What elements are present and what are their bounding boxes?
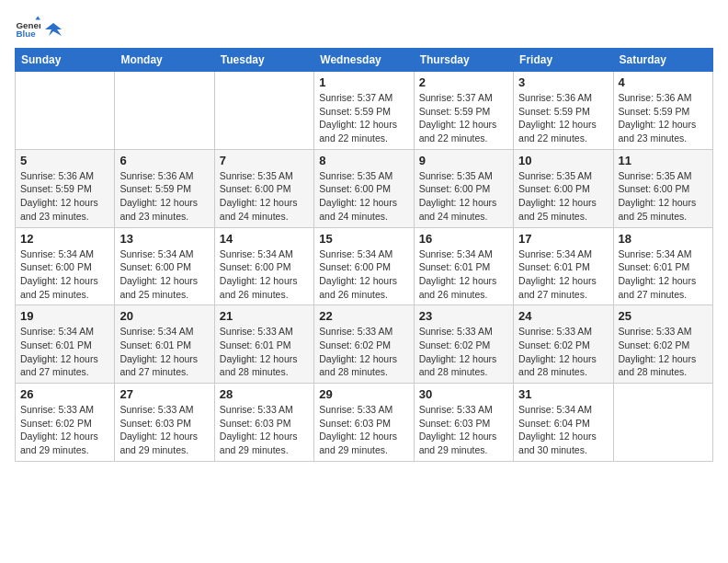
calendar-cell	[115, 72, 214, 150]
calendar-week-row: 5Sunrise: 5:36 AM Sunset: 5:59 PM Daylig…	[16, 149, 713, 227]
day-number: 14	[220, 232, 309, 246]
day-info: Sunrise: 5:36 AM Sunset: 5:59 PM Dayligh…	[119, 169, 209, 224]
day-number: 27	[119, 387, 209, 401]
day-number: 23	[419, 309, 508, 323]
header-tuesday: Tuesday	[214, 49, 313, 72]
header-saturday: Saturday	[613, 49, 712, 72]
day-info: Sunrise: 5:35 AM Sunset: 6:00 PM Dayligh…	[619, 169, 708, 224]
calendar-table: SundayMondayTuesdayWednesdayThursdayFrid…	[15, 48, 713, 462]
day-info: Sunrise: 5:34 AM Sunset: 6:00 PM Dayligh…	[319, 247, 408, 302]
calendar-cell: 3Sunrise: 5:36 AM Sunset: 5:59 PM Daylig…	[514, 72, 613, 150]
day-number: 24	[518, 309, 608, 323]
day-number: 18	[619, 232, 708, 246]
day-number: 19	[20, 309, 109, 323]
calendar-cell: 24Sunrise: 5:33 AM Sunset: 6:02 PM Dayli…	[514, 305, 613, 384]
svg-marker-3	[45, 23, 62, 36]
calendar-cell: 11Sunrise: 5:35 AM Sunset: 6:00 PM Dayli…	[613, 149, 712, 227]
calendar-cell: 5Sunrise: 5:36 AM Sunset: 5:59 PM Daylig…	[16, 149, 115, 227]
header-monday: Monday	[115, 49, 214, 72]
day-number: 11	[619, 154, 708, 167]
day-number: 21	[220, 309, 309, 323]
calendar-cell: 10Sunrise: 5:35 AM Sunset: 6:00 PM Dayli…	[514, 149, 613, 227]
day-info: Sunrise: 5:34 AM Sunset: 6:00 PM Dayligh…	[20, 247, 109, 302]
calendar-cell: 19Sunrise: 5:34 AM Sunset: 6:01 PM Dayli…	[16, 305, 115, 384]
logo-icon: General Blue	[15, 15, 40, 40]
calendar-cell: 9Sunrise: 5:35 AM Sunset: 6:00 PM Daylig…	[414, 149, 513, 227]
calendar-cell: 30Sunrise: 5:33 AM Sunset: 6:03 PM Dayli…	[414, 384, 513, 462]
day-number: 28	[220, 387, 309, 401]
day-number: 12	[20, 232, 109, 246]
calendar-cell	[214, 72, 313, 150]
calendar-cell: 20Sunrise: 5:34 AM Sunset: 6:01 PM Dayli…	[115, 305, 214, 384]
header-sunday: Sunday	[16, 49, 115, 72]
day-number: 2	[419, 75, 508, 89]
calendar-cell: 16Sunrise: 5:34 AM Sunset: 6:01 PM Dayli…	[414, 227, 513, 305]
calendar-week-row: 12Sunrise: 5:34 AM Sunset: 6:00 PM Dayli…	[16, 227, 713, 305]
calendar-cell	[16, 72, 115, 150]
header-wednesday: Wednesday	[314, 49, 414, 72]
day-info: Sunrise: 5:34 AM Sunset: 6:00 PM Dayligh…	[220, 247, 309, 302]
day-info: Sunrise: 5:33 AM Sunset: 6:03 PM Dayligh…	[119, 403, 209, 457]
day-info: Sunrise: 5:37 AM Sunset: 5:59 PM Dayligh…	[419, 91, 508, 145]
day-info: Sunrise: 5:34 AM Sunset: 6:01 PM Dayligh…	[619, 247, 708, 302]
day-info: Sunrise: 5:34 AM Sunset: 6:01 PM Dayligh…	[419, 247, 508, 302]
day-info: Sunrise: 5:33 AM Sunset: 6:03 PM Dayligh…	[319, 403, 408, 457]
svg-text:Blue: Blue	[16, 29, 36, 39]
svg-marker-2	[35, 16, 40, 19]
day-info: Sunrise: 5:36 AM Sunset: 5:59 PM Dayligh…	[20, 169, 109, 224]
day-info: Sunrise: 5:33 AM Sunset: 6:02 PM Dayligh…	[20, 403, 109, 457]
calendar-cell: 23Sunrise: 5:33 AM Sunset: 6:02 PM Dayli…	[414, 305, 513, 384]
calendar-week-row: 1Sunrise: 5:37 AM Sunset: 5:59 PM Daylig…	[16, 72, 713, 150]
calendar-cell: 26Sunrise: 5:33 AM Sunset: 6:02 PM Dayli…	[16, 384, 115, 462]
day-number: 7	[220, 154, 309, 167]
calendar-cell: 22Sunrise: 5:33 AM Sunset: 6:02 PM Dayli…	[314, 305, 414, 384]
calendar-cell: 18Sunrise: 5:34 AM Sunset: 6:01 PM Dayli…	[613, 227, 712, 305]
day-number: 13	[119, 232, 209, 246]
day-info: Sunrise: 5:33 AM Sunset: 6:02 PM Dayligh…	[518, 325, 608, 379]
day-info: Sunrise: 5:33 AM Sunset: 6:02 PM Dayligh…	[319, 325, 408, 379]
day-info: Sunrise: 5:34 AM Sunset: 6:01 PM Dayligh…	[20, 325, 109, 379]
calendar-week-row: 26Sunrise: 5:33 AM Sunset: 6:02 PM Dayli…	[16, 384, 713, 462]
calendar-cell: 6Sunrise: 5:36 AM Sunset: 5:59 PM Daylig…	[115, 149, 214, 227]
day-number: 15	[319, 232, 408, 246]
calendar-week-row: 19Sunrise: 5:34 AM Sunset: 6:01 PM Dayli…	[16, 305, 713, 384]
day-info: Sunrise: 5:33 AM Sunset: 6:02 PM Dayligh…	[619, 325, 708, 379]
day-number: 8	[319, 154, 408, 167]
calendar-cell: 25Sunrise: 5:33 AM Sunset: 6:02 PM Dayli…	[613, 305, 712, 384]
day-number: 30	[419, 387, 508, 401]
day-info: Sunrise: 5:33 AM Sunset: 6:03 PM Dayligh…	[419, 403, 508, 457]
day-info: Sunrise: 5:34 AM Sunset: 6:04 PM Dayligh…	[518, 403, 608, 457]
day-info: Sunrise: 5:35 AM Sunset: 6:00 PM Dayligh…	[319, 169, 408, 224]
day-number: 10	[518, 154, 608, 167]
calendar-cell: 21Sunrise: 5:33 AM Sunset: 6:01 PM Dayli…	[214, 305, 313, 384]
day-info: Sunrise: 5:33 AM Sunset: 6:03 PM Dayligh…	[220, 403, 309, 457]
calendar-cell: 29Sunrise: 5:33 AM Sunset: 6:03 PM Dayli…	[314, 384, 414, 462]
day-info: Sunrise: 5:35 AM Sunset: 6:00 PM Dayligh…	[220, 169, 309, 224]
calendar-cell: 27Sunrise: 5:33 AM Sunset: 6:03 PM Dayli…	[115, 384, 214, 462]
day-info: Sunrise: 5:33 AM Sunset: 6:02 PM Dayligh…	[419, 325, 508, 379]
header-thursday: Thursday	[414, 49, 513, 72]
day-number: 29	[319, 387, 408, 401]
day-number: 25	[619, 309, 708, 323]
day-info: Sunrise: 5:33 AM Sunset: 6:01 PM Dayligh…	[220, 325, 309, 379]
day-info: Sunrise: 5:34 AM Sunset: 6:01 PM Dayligh…	[518, 247, 608, 302]
day-info: Sunrise: 5:34 AM Sunset: 6:00 PM Dayligh…	[119, 247, 209, 302]
day-info: Sunrise: 5:35 AM Sunset: 6:00 PM Dayligh…	[419, 169, 508, 224]
day-number: 5	[20, 154, 109, 167]
logo: General Blue	[15, 15, 63, 40]
day-number: 3	[518, 75, 608, 89]
day-info: Sunrise: 5:36 AM Sunset: 5:59 PM Dayligh…	[518, 91, 608, 145]
day-number: 1	[319, 75, 408, 89]
calendar-header-row: SundayMondayTuesdayWednesdayThursdayFrid…	[16, 49, 713, 72]
day-number: 22	[319, 309, 408, 323]
logo-bird-icon	[45, 21, 62, 38]
header-friday: Friday	[514, 49, 613, 72]
calendar-cell: 2Sunrise: 5:37 AM Sunset: 5:59 PM Daylig…	[414, 72, 513, 150]
day-info: Sunrise: 5:37 AM Sunset: 5:59 PM Dayligh…	[319, 91, 408, 145]
calendar-cell: 17Sunrise: 5:34 AM Sunset: 6:01 PM Dayli…	[514, 227, 613, 305]
calendar-cell: 4Sunrise: 5:36 AM Sunset: 5:59 PM Daylig…	[613, 72, 712, 150]
calendar-cell: 15Sunrise: 5:34 AM Sunset: 6:00 PM Dayli…	[314, 227, 414, 305]
day-info: Sunrise: 5:35 AM Sunset: 6:00 PM Dayligh…	[518, 169, 608, 224]
day-number: 9	[419, 154, 508, 167]
day-number: 4	[619, 75, 708, 89]
